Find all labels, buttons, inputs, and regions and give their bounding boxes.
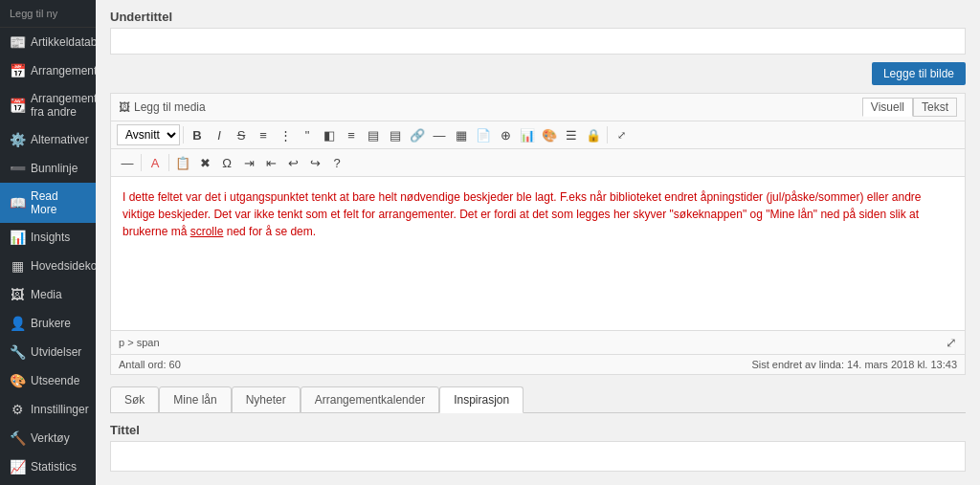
undo-button[interactable]: ↩: [282, 152, 303, 173]
paste-as-text-button[interactable]: 📋: [172, 152, 193, 173]
sidebar-item-statistics[interactable]: 📈 Statistics: [0, 452, 96, 481]
sidebar-item-read-more[interactable]: 📖 Read More: [0, 183, 96, 223]
sidebar-item-utseende[interactable]: 🎨 Utseende: [0, 366, 96, 395]
toolbar-sep-4: [168, 154, 169, 171]
bunnlinje-icon: ➖: [10, 161, 25, 176]
list-view-button[interactable]: ☰: [561, 124, 582, 145]
sidebar-item-artikkeldatabase[interactable]: 📰 Artikkeldatabase: [0, 28, 96, 56]
blockquote-button[interactable]: ": [297, 124, 318, 145]
sidebar-item-label: Bunnlinje: [31, 162, 78, 175]
sidebar-item-label: Statistics: [31, 460, 77, 474]
sidebar-item-label: Media: [31, 288, 62, 301]
align-left-button[interactable]: ◧: [319, 124, 340, 145]
sidebar-item-label: Verktøy: [31, 431, 70, 445]
minus-button[interactable]: —: [117, 152, 138, 173]
last-edited: Sist endret av linda: 14. mars 2018 kl. …: [751, 359, 957, 370]
add-media-label: Legg til media: [134, 100, 206, 114]
tab-tekst[interactable]: Tekst: [913, 98, 957, 117]
add-image-button[interactable]: Legge til bilde: [872, 62, 966, 85]
title-input[interactable]: [110, 441, 966, 472]
sidebar-item-insights[interactable]: 📊 Insights: [0, 223, 96, 252]
toolbar-row-2: — A 📋 ✖ Ω ⇥ ⇤ ↩ ↪ ?: [111, 149, 965, 177]
artikkeldatabase-icon: 📰: [10, 34, 25, 50]
table-button[interactable]: ▦: [451, 124, 472, 145]
sidebar-item-hovedsidekolonne[interactable]: ▦ Hovedsidekolonne: [0, 252, 96, 280]
sidebar-item-media[interactable]: 🖼 Media: [0, 280, 96, 309]
tab-sok[interactable]: Søk: [110, 386, 159, 413]
sidebar-header: Legg til ny: [0, 0, 96, 28]
sidebar-item-label: Arrangementer: [31, 64, 96, 77]
horizontal-rule-button[interactable]: —: [429, 124, 450, 145]
title-label: Tittel: [110, 423, 966, 437]
bold-button[interactable]: B: [187, 124, 208, 145]
editor-path: p > span: [119, 337, 160, 348]
clear-formatting-button[interactable]: ✖: [194, 152, 215, 173]
expand-button[interactable]: ⤢: [611, 124, 632, 145]
insert-button[interactable]: ⊕: [495, 124, 516, 145]
utvidelser-icon: 🔧: [10, 344, 25, 360]
align-right-button[interactable]: ▤: [363, 124, 384, 145]
sidebar-item-trekk-sammen[interactable]: ◀ Trekk sammen: [0, 481, 96, 485]
sidebar-item-label: Brukere: [31, 317, 71, 330]
color-block-button[interactable]: 🎨: [539, 124, 560, 145]
outdent-button[interactable]: ⇤: [260, 152, 281, 173]
sidebar-item-innstillinger[interactable]: ⚙ Innstillinger: [0, 395, 96, 424]
editor-word-count-row: Antall ord: 60 Sist endret av linda: 14.…: [111, 354, 965, 374]
sidebar-item-label: Utseende: [31, 374, 79, 387]
lock-button[interactable]: 🔒: [583, 124, 604, 145]
hovedsidekolonne-icon: ▦: [10, 258, 25, 274]
editor-view-tabs: Visuell Tekst: [862, 98, 957, 117]
link-button[interactable]: 🔗: [407, 124, 428, 145]
read-more-icon: 📖: [10, 195, 25, 210]
sidebar-item-utvidelser[interactable]: 🔧 Utvidelser: [0, 338, 96, 366]
toolbar-separator-2: [607, 126, 608, 143]
toolbar-row-1: Avsnitt B I S ≡ ⋮ " ◧ ≡ ▤ ▤ 🔗 — ▦ 📄 ⊕ 📊 …: [111, 121, 965, 149]
sidebar-item-label: Arrangement fra andre: [31, 92, 96, 119]
sidebar-item-bunnlinje[interactable]: ➖ Bunnlinje: [0, 154, 96, 183]
sidebar-item-label: Read More: [31, 189, 86, 216]
tab-inspirasjon[interactable]: Inspirasjon: [439, 386, 523, 413]
tab-mine-lan[interactable]: Mine lån: [159, 386, 231, 413]
add-media-button[interactable]: 🖼 Legg til media: [119, 100, 206, 114]
word-count: Antall ord: 60: [119, 359, 181, 370]
alternativer-icon: ⚙️: [10, 132, 25, 147]
sidebar-item-alternativer[interactable]: ⚙️ Alternativer: [0, 125, 96, 154]
chart-button[interactable]: 📊: [517, 124, 538, 145]
strikethrough-button[interactable]: S: [231, 124, 252, 145]
expand-editor-btn[interactable]: ⤢: [946, 335, 957, 350]
editor-content-area[interactable]: I dette feltet var det i utgangspunktet …: [111, 177, 965, 330]
sidebar-item-verktoy[interactable]: 🔨 Verktøy: [0, 424, 96, 452]
sidebar-item-arrangement-fra-andre[interactable]: 📆 Arrangement fra andre: [0, 85, 96, 125]
brukere-icon: 👤: [10, 316, 25, 331]
indent-button[interactable]: ⇥: [238, 152, 259, 173]
ordered-list-button[interactable]: ⋮: [275, 124, 296, 145]
sidebar-item-brukere[interactable]: 👤 Brukere: [0, 309, 96, 338]
scrolle-link[interactable]: scrolle: [190, 225, 224, 238]
tab-nyheter[interactable]: Nyheter: [232, 386, 301, 413]
tab-arrangementkalender[interactable]: Arrangementkalender: [301, 386, 439, 413]
utseende-icon: 🎨: [10, 373, 25, 388]
text-color-button[interactable]: A: [145, 152, 166, 173]
paragraph-select[interactable]: Avsnitt: [117, 124, 180, 145]
sidebar-item-label: Innstillinger: [31, 403, 89, 416]
tab-visuell[interactable]: Visuell: [862, 98, 913, 117]
insights-icon: 📊: [10, 230, 25, 245]
sidebar: Legg til ny 📰 Artikkeldatabase 📅 Arrange…: [0, 0, 96, 485]
read-more-editor-button[interactable]: 📄: [473, 124, 494, 145]
special-chars-button[interactable]: Ω: [216, 152, 237, 173]
verktoy-icon: 🔨: [10, 430, 25, 446]
align-justify-button[interactable]: ▤: [385, 124, 406, 145]
align-center-button[interactable]: ≡: [341, 124, 362, 145]
sidebar-item-arrangementer[interactable]: 📅 Arrangementer: [0, 56, 96, 85]
subtitle-label: Undertittel: [110, 10, 966, 24]
redo-button[interactable]: ↪: [304, 152, 325, 173]
innstillinger-icon: ⚙: [10, 402, 25, 417]
sidebar-item-label: Artikkeldatabase: [31, 35, 96, 49]
subtitle-input[interactable]: [110, 28, 966, 55]
editor-notice-text: I dette feltet var det i utgangspunktet …: [122, 188, 953, 240]
sidebar-item-label: Utvidelser: [31, 345, 81, 359]
italic-button[interactable]: I: [209, 124, 230, 145]
help-button[interactable]: ?: [326, 152, 347, 173]
unordered-list-button[interactable]: ≡: [253, 124, 274, 145]
add-media-icon: 🖼: [119, 100, 130, 114]
